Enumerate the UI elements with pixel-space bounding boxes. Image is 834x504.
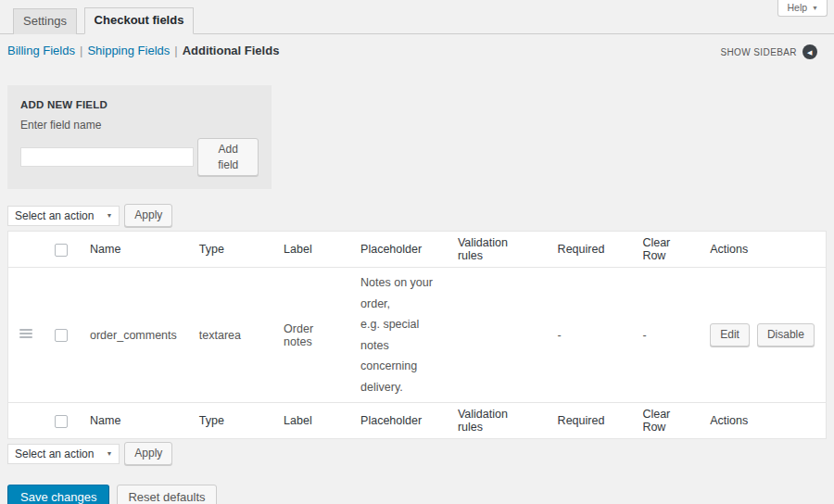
row-checkbox[interactable] [55, 329, 68, 342]
help-button[interactable]: Help ▼ [777, 0, 828, 17]
select-all-header [44, 232, 79, 268]
drag-handle-icon[interactable] [19, 327, 32, 340]
handle-column-header [8, 232, 44, 268]
chevron-down-icon: ▼ [106, 212, 112, 219]
add-new-field-panel: ADD NEW FIELD Enter field name Add field [7, 85, 272, 190]
breadcrumb-separator: | [80, 44, 82, 57]
breadcrumb-current-additional-fields: Additional Fields [183, 44, 280, 57]
column-header-label: Label [272, 232, 349, 268]
placeholder-line: e.g. special notes [360, 314, 436, 356]
column-header-label: Label [272, 403, 349, 439]
table-row-order-comments: order_comments textarea Order notes Note… [8, 268, 827, 403]
apply-button[interactable]: Apply [124, 442, 172, 465]
cell-type: textarea [188, 268, 272, 403]
bulk-action-select[interactable]: Select an action ▼ [7, 206, 120, 226]
column-header-placeholder: Placeholder [349, 232, 447, 268]
cell-required: - [547, 268, 632, 403]
link-billing-fields[interactable]: Billing Fields [7, 44, 75, 57]
checkout-fields-table: Name Type Label Placeholder Validation r… [7, 231, 827, 439]
cell-name: order_comments [79, 268, 188, 403]
arrow-left-icon: ◀ [807, 49, 813, 56]
handle-column-header [8, 403, 44, 439]
cell-placeholder: Notes on your order, e.g. special notes … [349, 268, 447, 403]
circle-arrow-left-icon[interactable]: ◀ [802, 44, 817, 59]
enter-field-name-label: Enter field name [20, 119, 259, 132]
breadcrumb-separator: | [174, 44, 177, 57]
column-header-validation-rules: Validation rules [447, 232, 547, 268]
chevron-down-icon: ▼ [812, 5, 818, 11]
tab-settings[interactable]: Settings [13, 8, 77, 34]
column-header-type: Type [188, 403, 272, 439]
bulk-action-selected-value: Select an action [15, 209, 94, 222]
breadcrumb: Billing Fields|Shipping Fields|Additiona… [0, 34, 834, 57]
column-header-clear-row: Clear Row [631, 403, 699, 439]
add-field-button[interactable]: Add field [197, 138, 259, 177]
select-all-checkbox[interactable] [55, 415, 68, 428]
column-header-placeholder: Placeholder [349, 403, 447, 439]
cell-label: Order notes [272, 268, 349, 403]
column-header-clear-row: Clear Row [631, 232, 699, 268]
help-label: Help [787, 2, 807, 13]
column-header-name: Name [79, 403, 188, 439]
tab-checkout-fields[interactable]: Checkout fields [84, 7, 195, 34]
select-all-checkbox[interactable] [55, 244, 68, 257]
save-changes-button[interactable]: Save changes [7, 485, 109, 504]
bulk-actions-bottom: Select an action ▼ Apply [7, 442, 834, 465]
show-sidebar-label: SHOW SIDEBAR [720, 47, 797, 57]
column-header-actions: Actions [699, 403, 826, 439]
column-header-name: Name [79, 232, 188, 268]
bulk-actions-top: Select an action ▼ Apply [7, 204, 834, 227]
bulk-action-selected-value: Select an action [15, 447, 94, 460]
add-new-field-title: ADD NEW FIELD [20, 99, 259, 110]
cell-actions: Edit Disable [699, 268, 826, 403]
link-shipping-fields[interactable]: Shipping Fields [87, 44, 170, 57]
column-header-type: Type [188, 232, 272, 268]
column-header-required: Required [547, 403, 632, 439]
table-footer-header-row: Name Type Label Placeholder Validation r… [8, 403, 827, 439]
apply-button[interactable]: Apply [124, 204, 172, 227]
reset-defaults-button[interactable]: Reset defaults [117, 485, 216, 504]
new-field-name-input[interactable] [20, 147, 194, 167]
table-header-row: Name Type Label Placeholder Validation r… [8, 232, 827, 268]
submit-row: Save changes Reset defaults [7, 485, 834, 504]
column-header-validation-rules: Validation rules [447, 403, 547, 439]
placeholder-line: Notes on your order, [360, 272, 436, 314]
disable-button[interactable]: Disable [757, 323, 815, 346]
nav-tab-bar: Settings Checkout fields [0, 0, 834, 34]
bulk-action-select[interactable]: Select an action ▼ [7, 444, 120, 464]
chevron-down-icon: ▼ [106, 450, 112, 457]
cell-validation-rules [447, 268, 547, 403]
edit-button[interactable]: Edit [710, 323, 750, 346]
column-header-actions: Actions [699, 232, 826, 268]
column-header-required: Required [547, 232, 632, 268]
cell-clear-row: - [631, 268, 699, 403]
placeholder-line: concerning delivery. [360, 356, 436, 397]
show-sidebar-toggle[interactable]: SHOW SIDEBAR ◀ [720, 44, 817, 59]
select-all-footer [44, 403, 79, 439]
